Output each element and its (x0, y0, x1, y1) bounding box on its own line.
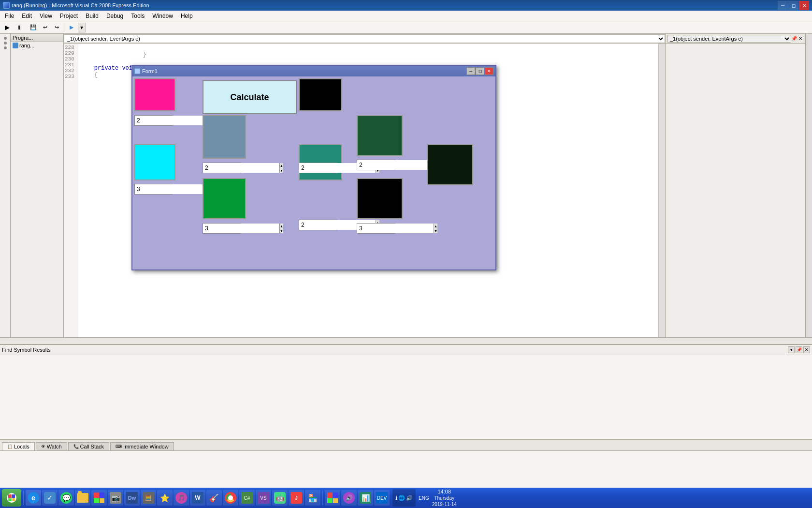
toolbar-btn-2[interactable]: ⏸ (14, 23, 24, 32)
menu-build[interactable]: Build (82, 11, 102, 21)
left-gutter-dot3 (4, 46, 7, 49)
editor-method-dropdown[interactable]: _1(object sender, EventArgs e) (64, 34, 665, 43)
taskbar-itunes-icon[interactable]: 🎵 (174, 490, 189, 506)
vs-solution-panel: Progra... rang... (11, 34, 64, 337)
find-symbol-dropdown-btn[interactable]: ▾ (788, 346, 795, 353)
spinbox-down-6[interactable]: ▼ (280, 228, 283, 233)
spinbox-2[interactable]: ▲ ▼ (203, 163, 241, 173)
find-symbol-close-btn[interactable]: ✕ (803, 346, 810, 353)
vs-bottom-tabs: 📋 Locals 👁 Watch 📞 Call Stack ⌨ Immediat… (0, 440, 812, 451)
taskbar-android-icon[interactable]: 🤖 (272, 490, 288, 506)
menu-edit[interactable]: Edit (18, 11, 36, 21)
menu-project[interactable]: Project (56, 11, 82, 21)
find-symbol-pin-btn[interactable]: 📌 (796, 346, 802, 353)
form-close-btn[interactable]: ✕ (485, 67, 493, 75)
tab-immediate[interactable]: ⌨ Immediate Window (110, 442, 174, 450)
spinbox-6[interactable]: ▲ ▼ (203, 223, 241, 234)
taskbar: e ✓ 💬 📷 Dw 🧮 ⭐ (0, 488, 812, 508)
spinbox-input-2[interactable] (203, 163, 279, 173)
vs-title-bar: rang (Running) - Microsoft Visual C# 200… (0, 0, 812, 11)
tab-callstack[interactable]: 📞 Call Stack (68, 442, 110, 450)
find-symbol-content (0, 355, 812, 439)
toolbar-undo[interactable]: ↩ (40, 23, 50, 32)
minimize-button[interactable]: ─ (778, 1, 788, 10)
menu-view[interactable]: View (36, 11, 56, 21)
toolbar-start[interactable]: ▶ (66, 23, 77, 32)
vs-title-text: rang (Running) - Microsoft Visual C# 200… (12, 2, 149, 8)
taskbar-calc-icon[interactable]: 🧮 (141, 490, 156, 506)
spinbox-up-6[interactable]: ▲ (280, 224, 283, 228)
vs-editor-vscroll[interactable] (658, 44, 665, 337)
spinbox-input-4[interactable] (357, 160, 434, 170)
vs-line-numbers: 228 229 230 231 232 233 (64, 44, 78, 337)
taskbar-java-icon[interactable]: J (289, 490, 304, 506)
taskbar-sep-2 (322, 491, 323, 505)
ide-wrapper: rang (Running) - Microsoft Visual C# 200… (0, 0, 812, 508)
taskbar-whatsapp-icon[interactable]: 💬 (58, 490, 74, 506)
spinbox-input-6[interactable] (203, 224, 279, 233)
taskbar-dw-icon[interactable]: Dw (124, 490, 140, 506)
form-restore-btn[interactable]: ◻ (476, 67, 484, 75)
taskbar-ie-icon[interactable]: e (26, 490, 41, 506)
close-button[interactable]: ✕ (799, 1, 809, 10)
spinbox-up-8[interactable]: ▲ (434, 224, 437, 228)
restore-button[interactable]: ◻ (788, 1, 798, 10)
taskbar-chrome-icon[interactable] (223, 490, 238, 506)
spinbox-up-2[interactable]: ▲ (280, 163, 283, 168)
taskbar-camera-icon[interactable]: 📷 (108, 490, 123, 506)
taskbar-folder-icon[interactable] (75, 490, 90, 506)
spinbox-down-2[interactable]: ▼ (280, 168, 283, 173)
vs-toolbar: ▶ ⏸ 💾 ↩ ↪ ▶ ▾ (0, 21, 812, 34)
taskbar-monitor-icon[interactable]: 📊 (358, 490, 373, 506)
menu-tools[interactable]: Tools (127, 11, 148, 21)
spinbox-3[interactable]: ▲ ▼ (299, 163, 337, 173)
taskbar-purple-icon[interactable]: 🔊 (341, 490, 357, 506)
spinbox-8[interactable]: ▲ ▼ (357, 223, 395, 234)
spinbox-7[interactable]: ▲ ▼ (299, 220, 337, 230)
tab-locals[interactable]: 📋 Locals (2, 442, 35, 450)
toolbar-btn-1[interactable]: ▶ (2, 23, 13, 32)
taskbar-windows-icon[interactable] (91, 490, 107, 506)
taskbar-checkbox-icon[interactable]: ✓ (42, 490, 58, 506)
spinbox-down-8[interactable]: ▼ (434, 228, 437, 233)
taskbar-vs-icon[interactable]: VS (256, 490, 271, 506)
tray-network-icon[interactable]: 🌐 (398, 495, 405, 501)
spinbox-5[interactable]: ▲ ▼ (134, 184, 173, 194)
taskbar-windows2-icon[interactable] (325, 490, 340, 506)
form-minimize-btn[interactable]: ─ (466, 67, 475, 75)
menu-file[interactable]: File (1, 11, 18, 21)
clock-time: 14:08 (432, 488, 457, 495)
toolbar-dropdown[interactable]: ▾ (78, 23, 86, 32)
taskbar-search-icon[interactable]: ⭐ (157, 490, 173, 506)
solution-panel-item[interactable]: rang... (11, 42, 63, 49)
color-panel-cyan (134, 144, 175, 180)
start-button[interactable] (2, 489, 21, 507)
menu-debug[interactable]: Debug (102, 11, 127, 21)
tray-info-icon[interactable]: ℹ (395, 495, 397, 501)
right-panel-close[interactable]: ✕ (797, 35, 803, 42)
right-panel-header: _1(object sender, EventArgs e) 📌 ✕ (666, 34, 805, 44)
tab-watch[interactable]: 👁 Watch (36, 442, 67, 450)
spinbox-input-5[interactable] (135, 184, 211, 194)
spinbox-input-8[interactable] (357, 224, 434, 233)
toolbar-save[interactable]: 💾 (28, 23, 39, 32)
spinbox-4[interactable]: ▲ ▼ (357, 160, 395, 170)
vs-title-controls: ─ ◻ ✕ (778, 1, 809, 10)
right-panel-pin[interactable]: 📌 (791, 35, 798, 42)
spinbox-input-1[interactable] (135, 116, 211, 125)
spinbox-1[interactable]: ▲ ▼ (134, 115, 173, 126)
taskbar-appstore-icon[interactable]: 🏪 (305, 490, 320, 506)
menu-help[interactable]: Help (177, 11, 197, 21)
menu-window[interactable]: Window (148, 11, 177, 21)
vs-right-scrollbar[interactable] (805, 34, 812, 337)
tray-speaker-icon[interactable]: 🔊 (406, 495, 413, 501)
taskbar-dev-icon[interactable]: DEV (374, 490, 390, 506)
vs-hscroll[interactable] (0, 338, 812, 344)
taskbar-terminal-icon[interactable]: C# (239, 490, 255, 506)
right-panel-dropdown[interactable]: _1(object sender, EventArgs e) (667, 35, 791, 43)
calculate-button[interactable]: Calculate (203, 80, 297, 114)
toolbar-redo[interactable]: ↪ (51, 23, 62, 32)
windows-logo (7, 493, 16, 503)
taskbar-music-icon[interactable]: 🎸 (206, 490, 222, 506)
taskbar-word-icon[interactable]: W (190, 490, 205, 506)
